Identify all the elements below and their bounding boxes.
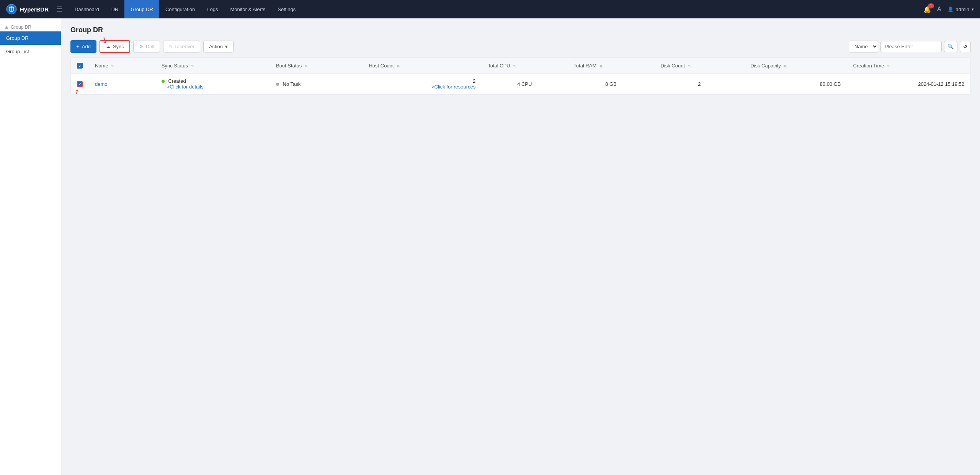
col-disk-count: Disk Count ⇅ bbox=[654, 58, 744, 74]
row-checkbox-cell: ➚ bbox=[71, 74, 89, 95]
search-icon: 🔍 bbox=[947, 44, 954, 49]
main-layout: ⊞ Group DR Group DR Group List Group DR … bbox=[0, 18, 980, 475]
row-name-link[interactable]: demo bbox=[95, 81, 108, 87]
arrow-annotation-checkbox: ➚ bbox=[72, 87, 82, 95]
sync-status-link[interactable]: >Click for details bbox=[167, 84, 204, 90]
nav-settings[interactable]: Settings bbox=[271, 0, 302, 18]
nav-dashboard[interactable]: Dashboard bbox=[69, 0, 105, 18]
table-header: Name ⇅ Sync Status ⇅ Boot Status ⇅ Hos bbox=[71, 58, 970, 74]
admin-label: admin bbox=[956, 7, 969, 12]
col-host-count: Host Count ⇅ bbox=[363, 58, 482, 74]
hamburger-menu[interactable]: ☰ bbox=[56, 5, 62, 13]
sidebar-grid-icon: ⊞ bbox=[5, 25, 8, 30]
logo-icon bbox=[6, 4, 17, 15]
sidebar-item-group-dr[interactable]: Group DR bbox=[0, 31, 61, 45]
row-name-cell: demo bbox=[89, 74, 155, 95]
search-filter-select[interactable]: Name bbox=[849, 41, 878, 52]
nav-dr[interactable]: DR bbox=[105, 0, 125, 18]
help-icon[interactable]: A bbox=[937, 6, 941, 13]
app-name: HyperBDR bbox=[20, 6, 49, 13]
sort-disk-count-icon[interactable]: ⇅ bbox=[688, 64, 691, 68]
group-dr-table: Name ⇅ Sync Status ⇅ Boot Status ⇅ Hos bbox=[71, 58, 970, 94]
row-boot-status-cell: No Task bbox=[270, 74, 363, 95]
col-creation-time: Creation Time ⇅ bbox=[847, 58, 970, 74]
sidebar-item-group-list[interactable]: Group List bbox=[0, 45, 61, 58]
search-button[interactable]: 🔍 bbox=[944, 41, 957, 52]
select-all-checkbox[interactable] bbox=[77, 63, 83, 69]
cloud-icon: ☁ bbox=[106, 44, 111, 49]
drill-icon: ⚙ bbox=[139, 44, 144, 49]
add-button[interactable]: + Add bbox=[70, 40, 96, 53]
row-host-count-cell: 2 >Click for resources bbox=[363, 74, 482, 95]
bell-badge: 1 bbox=[928, 3, 934, 8]
nav-logs[interactable]: Logs bbox=[201, 0, 224, 18]
page-title: Group DR bbox=[70, 26, 103, 34]
nav-group-dr[interactable]: Group DR bbox=[124, 0, 159, 18]
sort-name-icon[interactable]: ⇅ bbox=[111, 64, 114, 68]
sort-time-icon[interactable]: ⇅ bbox=[887, 64, 890, 68]
select-all-header bbox=[71, 58, 89, 74]
nav-menu: Dashboard DR Group DR Configuration Logs… bbox=[69, 0, 923, 18]
data-table: Name ⇅ Sync Status ⇅ Boot Status ⇅ Hos bbox=[70, 57, 971, 95]
col-sync-status: Sync Status ⇅ bbox=[155, 58, 270, 74]
table-row: ➚ demo Created >Click for details bbox=[71, 74, 970, 95]
toolbar: + Add ☁ Sync ⚙ Drill ⎋ Takeover Action ▾… bbox=[70, 40, 971, 53]
drill-button[interactable]: ⚙ Drill bbox=[133, 41, 160, 52]
search-input[interactable] bbox=[880, 41, 942, 52]
row-disk-capacity-cell: 80.00 GB bbox=[744, 74, 847, 95]
takeover-icon: ⎋ bbox=[169, 44, 172, 49]
refresh-button[interactable]: ↺ bbox=[960, 41, 971, 52]
action-chevron-icon: ▾ bbox=[225, 44, 228, 49]
sort-host-icon[interactable]: ⇅ bbox=[397, 64, 400, 68]
nav-configuration[interactable]: Configuration bbox=[159, 0, 201, 18]
takeover-button[interactable]: ⎋ Takeover bbox=[163, 41, 200, 52]
main-content: Group DR ➘ + Add ☁ Sync ⚙ Drill ⎋ Takeov… bbox=[61, 18, 980, 475]
plus-icon: + bbox=[76, 43, 80, 50]
row-total-ram-cell: 8 GB bbox=[567, 74, 654, 95]
admin-menu[interactable]: 👤 admin ▾ bbox=[947, 7, 974, 12]
bell-button[interactable]: 🔔 1 bbox=[923, 6, 931, 13]
nav-right: 🔔 1 A 👤 admin ▾ bbox=[923, 6, 974, 13]
refresh-icon: ↺ bbox=[963, 44, 967, 49]
row-checkbox[interactable] bbox=[77, 81, 83, 87]
sidebar: ⊞ Group DR Group DR Group List bbox=[0, 18, 61, 475]
search-area: Name 🔍 ↺ bbox=[849, 41, 971, 52]
admin-user-icon: 👤 bbox=[947, 7, 954, 12]
row-total-cpu-cell: 4 CPU bbox=[482, 74, 567, 95]
sort-boot-icon[interactable]: ⇅ bbox=[305, 64, 308, 68]
sort-ram-icon[interactable]: ⇅ bbox=[599, 64, 603, 68]
row-sync-status-cell: Created >Click for details bbox=[155, 74, 270, 95]
top-navigation: HyperBDR ☰ Dashboard DR Group DR Configu… bbox=[0, 0, 980, 18]
sort-sync-icon[interactable]: ⇅ bbox=[191, 64, 194, 68]
col-disk-capacity: Disk Capacity ⇅ bbox=[744, 58, 847, 74]
boot-status-dot bbox=[276, 83, 279, 86]
page-title-area: Group DR ➘ bbox=[70, 26, 103, 40]
table-header-row: Name ⇅ Sync Status ⇅ Boot Status ⇅ Hos bbox=[71, 58, 970, 74]
table-body: ➚ demo Created >Click for details bbox=[71, 74, 970, 95]
sort-disk-cap-icon[interactable]: ⇅ bbox=[784, 64, 787, 68]
admin-chevron-icon: ▾ bbox=[972, 7, 974, 12]
col-total-ram: Total RAM ⇅ bbox=[567, 58, 654, 74]
app-logo: HyperBDR bbox=[6, 4, 49, 15]
host-count-link[interactable]: >Click for resources bbox=[431, 84, 475, 90]
col-boot-status: Boot Status ⇅ bbox=[270, 58, 363, 74]
sort-cpu-icon[interactable]: ⇅ bbox=[513, 64, 516, 68]
nav-monitor-alerts[interactable]: Monitor & Alerts bbox=[224, 0, 271, 18]
sync-status-dot bbox=[162, 80, 165, 83]
col-name: Name ⇅ bbox=[89, 58, 155, 74]
row-creation-time-cell: 2024-01-12 15:19:52 bbox=[847, 74, 970, 95]
sidebar-section-group-dr: ⊞ Group DR bbox=[0, 21, 61, 31]
row-disk-count-cell: 2 bbox=[654, 74, 744, 95]
col-total-cpu: Total CPU ⇅ bbox=[482, 58, 567, 74]
action-button[interactable]: Action ▾ bbox=[203, 41, 234, 52]
